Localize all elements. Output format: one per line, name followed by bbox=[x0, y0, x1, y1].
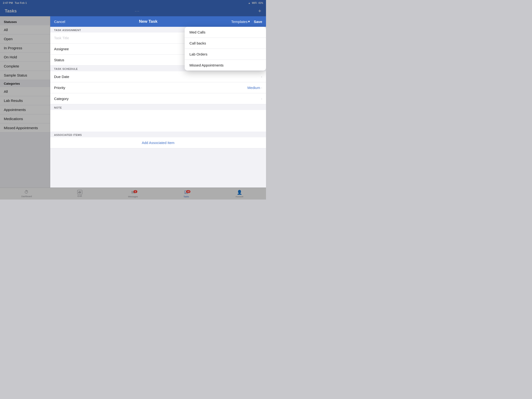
chevron-down-icon: ▾ bbox=[248, 19, 250, 24]
save-button[interactable]: Save bbox=[254, 20, 262, 24]
template-item-med-calls[interactable]: Med Calls bbox=[185, 27, 266, 38]
due-date-field[interactable]: Due Date › bbox=[50, 71, 266, 82]
due-date-chevron-icon: › bbox=[261, 75, 262, 78]
cancel-button[interactable]: Cancel bbox=[54, 20, 65, 24]
priority-field[interactable]: Priority Medium › bbox=[50, 82, 266, 93]
templates-button[interactable]: Templates ▾ bbox=[231, 19, 250, 24]
priority-chevron-icon: › bbox=[261, 86, 262, 89]
modal-header-right: Templates ▾ Save bbox=[231, 19, 262, 24]
note-field[interactable] bbox=[50, 110, 266, 132]
category-label: Category bbox=[54, 97, 69, 101]
priority-label: Priority bbox=[54, 86, 65, 90]
category-field[interactable]: Category › bbox=[50, 93, 266, 104]
add-associated-item-button[interactable]: Add Associated Item bbox=[50, 137, 266, 148]
template-item-lab-orders[interactable]: Lab Orders bbox=[185, 49, 266, 60]
priority-value: Medium › bbox=[247, 86, 262, 90]
template-item-missed-appointments[interactable]: Missed Appointments bbox=[185, 60, 266, 70]
due-date-label: Due Date bbox=[54, 75, 69, 79]
assignee-label: Assignee bbox=[54, 47, 69, 51]
note-section-header: NOTE bbox=[50, 104, 266, 110]
associated-items-header: ASSOCIATED ITEMS bbox=[50, 132, 266, 137]
template-item-call-backs[interactable]: Call backs bbox=[185, 38, 266, 49]
task-title-placeholder: Task Title bbox=[54, 36, 69, 40]
status-label: Status bbox=[54, 58, 64, 62]
category-chevron-icon: › bbox=[261, 97, 262, 101]
templates-dropdown: Med Calls Call backs Lab Orders Missed A… bbox=[185, 27, 266, 70]
modal-header: Cancel New Task Templates ▾ Save bbox=[50, 16, 266, 27]
modal-title: New Task bbox=[139, 19, 157, 24]
